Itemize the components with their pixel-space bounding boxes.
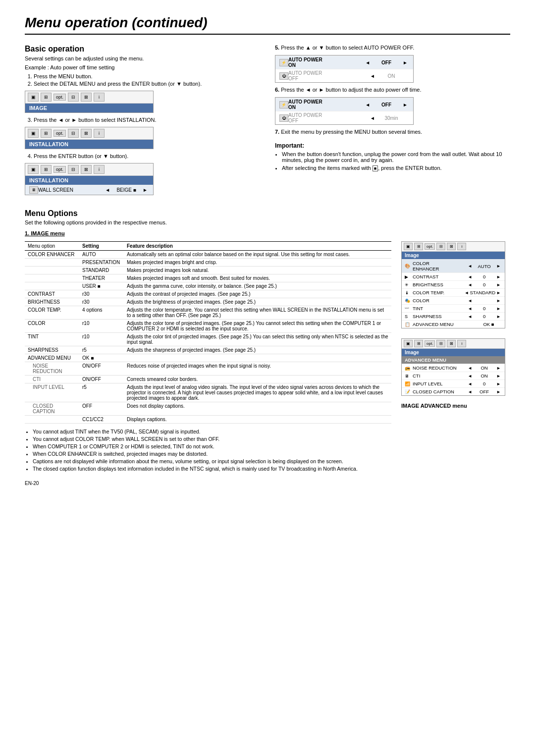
col-header-setting: Setting bbox=[79, 242, 124, 251]
color-right: ► bbox=[495, 298, 502, 303]
cell-description: Reduces noise of projected images when t… bbox=[124, 362, 391, 376]
auto-power-row-4: ⏻ AUTO POWEROFF ◄ 30min bbox=[275, 111, 413, 124]
cell-setting: r5 bbox=[79, 346, 124, 354]
menu-opt-label-3: opt. bbox=[54, 166, 66, 173]
auto-power-off-value: ON bbox=[376, 73, 406, 79]
menu-box-installation: ▣ ⊞ opt. ⊟ ⊠ i INSTALLATION bbox=[25, 127, 154, 149]
menu-options-section: Menu Options Set the following options p… bbox=[25, 209, 510, 473]
imb-icon-grid: ⊠ bbox=[447, 243, 456, 250]
auto-power-off-label-2: AUTO POWEROFF bbox=[288, 112, 369, 123]
important-title: Important: bbox=[275, 142, 510, 149]
table-row: BRIGHTNESSr30Adjusts the brightness of p… bbox=[25, 298, 391, 306]
steps-list-3: Press the ENTER button (or ▼ button). bbox=[25, 153, 260, 159]
auto-power-on-label: AUTO POWERON bbox=[288, 57, 364, 68]
adv-imb-icon-projector: ▣ bbox=[404, 340, 413, 347]
enter-icon: ■ bbox=[373, 165, 378, 171]
cell-description: Corrects smeared color borders. bbox=[124, 376, 391, 383]
bottom-note-item: When COMPUTER 1 or COMPUTER 2 or HDMI is… bbox=[33, 443, 391, 449]
table-row: COLORr10Adjusts the color tone of projec… bbox=[25, 320, 391, 333]
color-label: COLOR bbox=[413, 298, 467, 303]
cell-setting: STANDARD bbox=[79, 267, 124, 274]
basic-operation-title: Basic operation bbox=[25, 45, 260, 54]
brightness-right: ► bbox=[495, 282, 502, 287]
color-temp-left: ◄ bbox=[464, 290, 470, 295]
menu-box-installation-wall: ▣ ⊞ opt. ⊟ ⊠ i INSTALLATION 🖥 WALL SCREE… bbox=[25, 163, 154, 195]
sharpness-icon: S bbox=[405, 314, 413, 319]
table-row: CLOSED CAPTIONOFFDoes not display captio… bbox=[25, 402, 391, 416]
sharpness-value: 0 bbox=[473, 314, 495, 319]
menu-icon-grid-2: ⊠ bbox=[81, 129, 92, 138]
cell-option: COLOR bbox=[25, 320, 79, 333]
cell-description: Adjusts the color tone of projected imag… bbox=[124, 320, 391, 333]
table-row: PRESENTATIONMakes projected images brigh… bbox=[25, 259, 391, 267]
table-row: CONTRASTr30Adjusts the contrast of proje… bbox=[25, 290, 391, 298]
color-temp-label: COLOR TEMP. bbox=[413, 290, 464, 295]
cell-description: Makes projected images soft and smooth. … bbox=[124, 274, 391, 282]
basic-operation-subtitle: Several settings can be adjusted using t… bbox=[25, 55, 260, 61]
adv-imb-icon-info: i bbox=[457, 340, 466, 347]
adv-imb-icon-settings: ⊟ bbox=[436, 340, 445, 347]
bottom-note-item: You cannot adjust COLOR TEMP. when WALL … bbox=[33, 436, 391, 442]
adv-imb-icon-grid: ⊠ bbox=[447, 340, 456, 347]
bottom-note-item: The closed caption function displays tex… bbox=[33, 466, 391, 472]
table-and-menus: Menu option Setting Feature description … bbox=[25, 241, 510, 473]
step-1: Press the MENU button. bbox=[34, 73, 260, 79]
imb-icon-info: i bbox=[457, 243, 466, 250]
closed-caption-left: ◄ bbox=[467, 389, 473, 394]
menu-header-installation: INSTALLATION bbox=[25, 140, 153, 149]
table-row: CC1/CC2Displays captions. bbox=[25, 416, 391, 424]
cell-description: Adjusts the gamma curve, color intensity… bbox=[124, 282, 391, 290]
noise-value: ON bbox=[473, 365, 495, 371]
auto-power-on-label-2: AUTO POWERON bbox=[288, 99, 364, 110]
auto-power-left-2: ◄ bbox=[369, 73, 376, 79]
brightness-value: 0 bbox=[473, 282, 495, 287]
menu-icon-info-3: i bbox=[94, 165, 105, 174]
tint-label: TINT bbox=[413, 306, 467, 311]
cti-value: ON bbox=[473, 373, 495, 378]
imb-image-header: Image bbox=[402, 252, 505, 259]
cell-setting: THEATER bbox=[79, 274, 124, 282]
imb-row-color-temp: 🌡 COLOR TEMP. ◄ STANDARD ► bbox=[402, 288, 505, 296]
menu-header-installation-2: INSTALLATION bbox=[25, 176, 153, 185]
image-advanced-label: IMAGE ADVANCED menu bbox=[401, 403, 467, 409]
wall-screen-icon: 🖥 bbox=[29, 186, 38, 194]
cell-description bbox=[124, 354, 391, 362]
cell-option: BRIGHTNESS bbox=[25, 298, 79, 306]
table-row: COLOR ENHANCERAUTOAutomatically sets an … bbox=[25, 251, 391, 259]
cell-option: CONTRAST bbox=[25, 290, 79, 298]
wall-screen-value: BEIGE ■ bbox=[111, 187, 141, 193]
table-row: INPUT LEVELr5Adjusts the input level of … bbox=[25, 383, 391, 402]
cell-description: Adjusts the brightness of projected imag… bbox=[124, 298, 391, 306]
auto-power-box-1: ⚡ AUTO POWERON ◄ OFF ► ⏻ AUTO POWEROFF ◄… bbox=[275, 55, 414, 83]
contrast-value: 0 bbox=[473, 274, 495, 279]
menu-icons-bar: ▣ ⊞ opt. ⊟ ⊠ i bbox=[25, 91, 153, 104]
sharpness-right: ► bbox=[495, 314, 502, 319]
auto-power-row-2: ⏻ AUTO POWEROFF ◄ ON bbox=[275, 69, 413, 82]
steps-list: Press the MENU button. Select the DETAIL… bbox=[25, 73, 260, 87]
cell-option: CTI bbox=[25, 376, 79, 383]
cell-option: INPUT LEVEL bbox=[25, 383, 79, 402]
cell-description: Makes projected images look natural. bbox=[124, 267, 391, 274]
table-section: Menu option Setting Feature description … bbox=[25, 241, 391, 473]
step-6-text: 6. Press the ◄ or ► button to adjust the… bbox=[275, 87, 510, 94]
menu-icon-settings: ⊟ bbox=[68, 93, 79, 102]
menu-icons-bar-2: ▣ ⊞ opt. ⊟ ⊠ i bbox=[25, 127, 153, 140]
footer-page-number: EN-20 bbox=[25, 481, 510, 486]
adv-menu-value: OK ■ bbox=[478, 322, 500, 327]
wall-screen-right-arrow: ► bbox=[141, 187, 149, 193]
cell-description: Displays captions. bbox=[124, 416, 391, 424]
input-level-left: ◄ bbox=[467, 381, 473, 386]
tint-left: ◄ bbox=[467, 306, 473, 311]
cell-setting: r10 bbox=[79, 333, 124, 346]
step-7-text: 7. Exit the menu by pressing the MENU bu… bbox=[275, 129, 510, 136]
closed-caption-label: CLOSED CAPTION bbox=[413, 389, 467, 394]
input-level-label: INPUT LEVEL bbox=[413, 381, 467, 386]
tint-right: ► bbox=[495, 306, 502, 311]
cell-setting: r10 bbox=[79, 320, 124, 333]
imb-row-color-enhancer: 🎨 COLORENHANCER ◄ AUTO ► bbox=[402, 259, 505, 272]
cell-description: Makes projected images bright and crisp. bbox=[124, 259, 391, 267]
important-section: Important: When the button doesn't funct… bbox=[275, 142, 510, 171]
auto-power-off-icon: ⏻ bbox=[279, 72, 288, 80]
bottom-note-item: When COLOR ENHANCER is switched, project… bbox=[33, 451, 391, 457]
menu-icon-projector-3: ▣ bbox=[28, 165, 39, 174]
